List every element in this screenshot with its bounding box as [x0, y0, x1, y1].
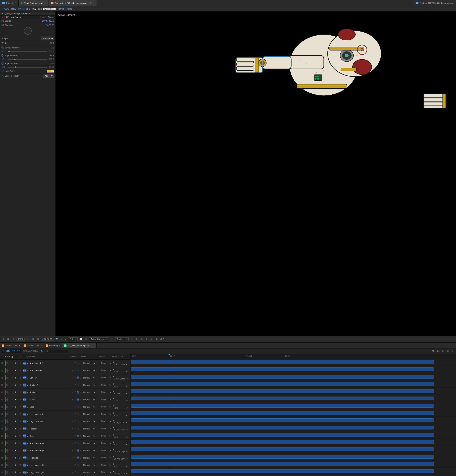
layer-lock-11[interactable]: 🔒	[14, 435, 17, 437]
prop-width-value[interactable]: 134.0	[48, 42, 54, 44]
layer-lock-2[interactable]: 🔒	[14, 369, 17, 372]
layer-fx-badge-11[interactable]: fx	[77, 435, 79, 437]
layer-expand-2[interactable]: ▶	[27, 370, 28, 372]
track-bar-13[interactable]	[131, 448, 434, 451]
layer-3d-13[interactable]: ✦	[71, 449, 74, 452]
layer-circle-3[interactable]: ◎	[79, 376, 82, 379]
camera-dropdown[interactable]: Active Camera	[89, 337, 109, 341]
layer-motion-14[interactable]: /	[74, 457, 77, 459]
layer-circle-7[interactable]: ◎	[77, 406, 80, 408]
layer-parent-select-16[interactable]: 15. Leg Upper None	[113, 472, 128, 475]
layer-eye-12[interactable]	[6, 442, 9, 444]
layer-parent-select-1[interactable]: 2. Arm Upper None	[113, 363, 128, 366]
screen-btn[interactable]: ▣	[7, 337, 10, 341]
layer-eye-3[interactable]	[6, 377, 9, 379]
layer-parent-select-14[interactable]: 13. Arm Lowe None	[113, 458, 128, 460]
layer-expand-14[interactable]: ▶	[27, 457, 28, 459]
about-btn[interactable]: About.	[48, 16, 54, 18]
layer-3d-11[interactable]: ✦	[71, 435, 74, 437]
layer-row-15[interactable]: ♪ ☀ 🔒 15 PSD ▶ Leg Upper right ✦ / ◎ Nor…	[4, 461, 131, 469]
layer-row-4[interactable]: ♪ ☀ 🔒 4 PSD ▶ Rocket 2 ✦ / ◎ Normal Mult…	[4, 382, 131, 389]
layer-name-2[interactable]: ▶ Arm Upper left	[27, 369, 71, 372]
layer-row-5[interactable]: ♪ ☀ 🔒 5 PSD ▶ Rocket ✦ / fx ◎ Normal Mul…	[4, 389, 131, 396]
reset-view-icon[interactable]: ⊙	[145, 337, 149, 341]
layer-audio-7[interactable]: ♪	[9, 406, 11, 408]
layer-motion-8[interactable]: /	[74, 413, 77, 416]
layer-mode-select-7[interactable]: Normal Multiply Screen	[82, 406, 96, 408]
layer-audio-14[interactable]: ♪	[9, 457, 11, 459]
layer-parent-select-13[interactable]: 12. Arm Uppe None	[113, 450, 128, 453]
prop-shape-select[interactable]: Smooth Sharp	[41, 37, 54, 40]
breadcrumb-item-0[interactable]: TROSG - part 2	[1, 8, 16, 10]
layer-row-12[interactable]: ♪ ☀ 🔒 12 PSD ▶ Arm Upper right ✦ / ◎ Nor…	[4, 440, 131, 447]
layer-eye-14[interactable]	[6, 457, 9, 459]
layer-name-7[interactable]: ▶ Neck	[27, 406, 71, 408]
layer-name-11[interactable]: ▶ Body	[27, 435, 71, 437]
layer-motion-11[interactable]: /	[74, 435, 77, 437]
camera-dropdown-icon[interactable]: ▾	[110, 337, 114, 341]
layer-trkmat-select-13[interactable]: None Alpha	[100, 449, 112, 452]
layer-eye-1[interactable]	[6, 362, 9, 364]
layer-name-13[interactable]: ▶ Arm Lower right	[27, 449, 71, 452]
layer-audio-10[interactable]: ♪	[9, 428, 11, 430]
layer-lock-15[interactable]: 🔒	[14, 464, 17, 466]
layer-lock-10[interactable]: 🔒	[14, 428, 17, 430]
layer-row-11[interactable]: ♪ ☀ 🔒 11 PSD ▶ Body ✦ / fx ◎ Normal Mult…	[4, 432, 131, 440]
layer-name-5[interactable]: ▶ Rocket	[27, 391, 71, 393]
layer-mode-select-3[interactable]: Normal Multiply Screen	[82, 376, 96, 379]
zoom-level[interactable]: 100%	[17, 338, 25, 341]
layer-trkmat-select-10[interactable]: None Alpha	[100, 427, 112, 430]
eye-toggle-14[interactable]	[1, 457, 3, 459]
layer-trkmat-select-3[interactable]: None Alpha	[100, 376, 112, 379]
layer-solo-12[interactable]: ☀	[11, 442, 14, 444]
renderer-icon[interactable]: ⊡	[140, 337, 143, 341]
layer-parent-select-7[interactable]: None None	[113, 407, 128, 409]
sweep-slider-track[interactable]	[8, 51, 47, 52]
layer-trkmat-select-7[interactable]: None Alpha	[100, 406, 112, 408]
layer-solo-6[interactable]: ☀	[11, 399, 14, 401]
layer-row-10[interactable]: ♪ ☀ 🔒 10 PSD ▶ Foot left ✦ / ◎ Normal Mu…	[4, 425, 131, 432]
layer-row-6[interactable]: ♪ ☀ 🔒 6 PSD ▶ Head ✦ / fx ◎ Normal Multi…	[4, 396, 131, 403]
eye-toggle-5[interactable]	[1, 391, 3, 393]
layer-circle-1[interactable]: ◎	[77, 362, 80, 365]
layer-3d-1[interactable]: ✦	[71, 362, 74, 365]
layer-parent-select-11[interactable]: None None	[113, 436, 128, 438]
layer-3d-15[interactable]: ✦	[71, 464, 74, 467]
layer-circle-15[interactable]: ◎	[77, 464, 80, 467]
layer-motion-5[interactable]: /	[74, 391, 77, 394]
layer-lock-16[interactable]: 🔒	[14, 471, 17, 474]
tab-composition-close[interactable]: ✕	[90, 2, 92, 4]
timeline-ctrl-2[interactable]: ◉	[436, 349, 439, 353]
layer-solo-1[interactable]: ☀	[11, 362, 14, 364]
eye-toggle-6[interactable]	[1, 399, 3, 400]
layer-motion-16[interactable]: /	[74, 471, 77, 474]
layer-3d-6[interactable]: ✦	[71, 398, 74, 401]
layer-solo-14[interactable]: ☀	[11, 457, 14, 459]
layer-name-9[interactable]: ▶ Leg Lower left	[27, 420, 71, 423]
prop-edge-value[interactable]: 147.8	[48, 54, 54, 57]
timeline-ctrl-1[interactable]: ⊞	[431, 349, 435, 353]
layer-expand-12[interactable]: ▶	[27, 442, 28, 444]
layer-search-input[interactable]	[45, 349, 68, 353]
sgside-tab-menu[interactable]: ≡	[93, 344, 95, 347]
layer-expand-11[interactable]: ▶	[27, 435, 28, 437]
layer-solo-11[interactable]: ☀	[11, 435, 14, 437]
layer-3d-7[interactable]: ✦	[71, 406, 74, 408]
layer-parent-select-6[interactable]: None None	[113, 400, 128, 402]
layer-solo-16[interactable]: ☀	[11, 471, 14, 474]
layer-circle-14[interactable]: ◎	[79, 457, 82, 459]
layer-expand-15[interactable]: ▶	[27, 464, 28, 466]
layer-eye-16[interactable]	[6, 471, 9, 474]
layer-mode-select-11[interactable]: Normal Multiply Screen	[82, 435, 96, 437]
timeline-tab-trosg2[interactable]: TROSG - part 2	[22, 343, 44, 348]
view-dropdown-icon[interactable]: ▾	[130, 337, 133, 341]
eye-toggle-15[interactable]	[1, 464, 3, 466]
layer-lock-6[interactable]: 🔒	[14, 399, 17, 401]
prop-lightrecep-select[interactable]: Add None	[43, 74, 54, 78]
layer-lock-9[interactable]: 🔒	[14, 420, 17, 423]
layer-mode-select-5[interactable]: Normal Multiply Screen	[82, 391, 96, 394]
direction-dial[interactable]	[24, 27, 32, 35]
layer-mode-select-16[interactable]: Normal Multiply Screen	[82, 471, 96, 474]
layer-lock-8[interactable]: 🔒	[14, 413, 17, 415]
layer-mode-select-8[interactable]: Normal Multiply Screen	[82, 413, 96, 416]
